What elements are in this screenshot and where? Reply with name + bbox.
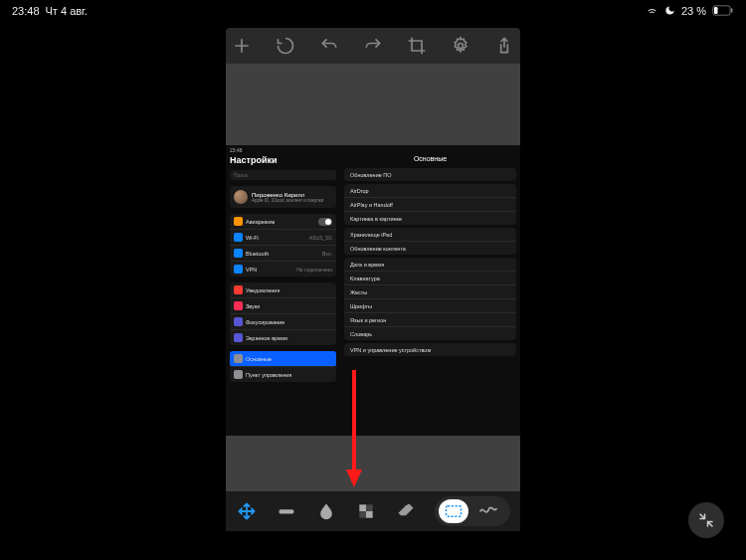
share-button[interactable] [493,35,515,57]
canvas-padding-top [226,64,520,145]
bottom-toolbar [226,491,520,531]
search-field: Поиск [230,170,336,180]
blur-tool[interactable] [315,499,337,523]
settings-button[interactable] [450,35,471,57]
profile-row: Пироженко Кирилл Apple ID, iCloud, конте… [230,186,336,208]
row-update: Обновление ПО [344,168,516,181]
crop-button[interactable] [406,35,428,57]
edited-screenshot: 23:48 Настройки Поиск Пироженко Кирилл A… [226,145,520,436]
canvas-area[interactable]: 23:48 Настройки Поиск Пироженко Кирилл A… [226,64,520,491]
row-sound: Звуки [246,303,260,309]
detail-title: Основные [344,155,516,162]
svg-rect-9 [447,506,462,517]
row-control: Пункт управления [246,372,291,378]
svg-rect-8 [359,511,366,518]
airplane-toggle [318,218,332,226]
shape-rect-mode[interactable] [439,499,468,523]
pixelate-tool[interactable] [355,499,377,523]
line-tool[interactable] [276,499,297,523]
profile-sub: Apple ID, iCloud, контент и покупки [252,198,323,203]
wifi-icon [646,4,658,19]
sidebar-group-2: Уведомления Звуки Фокусирование Экранное… [230,282,336,345]
battery-text: 23 % [681,5,706,17]
svg-rect-7 [366,504,373,511]
row-general: Основные [246,356,272,362]
canvas-padding-bottom [226,436,520,491]
shape-freeform-mode[interactable] [478,501,498,521]
settings-sidebar: Настройки Поиск Пироженко Кирилл Apple I… [226,145,340,436]
inner-time: 23:48 [230,147,243,153]
dnd-moon-icon [664,5,675,18]
row-notif: Уведомления [246,287,280,293]
sidebar-group-1: Авиарежим Wi-FiASUS_5G BluetoothВкл. VPN… [230,214,336,277]
add-button[interactable] [231,35,253,57]
rotate-button[interactable] [275,35,296,57]
clock: 23:48 [12,5,40,17]
row-wifi: Wi-Fi [246,235,259,241]
svg-rect-6 [366,511,373,518]
row-screentime: Экранное время [246,335,287,341]
undo-button[interactable] [318,35,340,57]
move-tool[interactable] [236,499,258,523]
svg-point-3 [459,44,464,49]
sidebar-group-3: Основные Пункт управления [230,351,336,382]
svg-rect-2 [714,6,718,13]
settings-detail: Основные Обновление ПО AirDrop AirPlay и… [340,145,520,436]
collapse-fab[interactable] [688,502,724,538]
status-right: 23 % [646,4,734,19]
eraser-tool[interactable] [395,499,417,523]
row-airplane: Авиарежим [246,219,275,225]
top-toolbar [226,28,520,64]
device-status-bar: 23:48 Чт 4 авг. 23 % [0,0,746,22]
shape-mode-segment[interactable] [435,496,510,526]
settings-title: Настройки [230,155,336,165]
svg-rect-4 [280,509,294,513]
date: Чт 4 авг. [46,5,88,17]
redo-button[interactable] [362,35,384,57]
avatar [234,190,248,204]
row-bt: Bluetooth [246,251,269,257]
svg-rect-5 [359,504,366,511]
editor-panel: 23:48 Настройки Поиск Пироженко Кирилл A… [226,28,520,531]
svg-rect-1 [731,8,733,13]
row-vpn: VPN [246,267,257,273]
row-focus: Фокусирование [246,319,284,325]
battery-icon [712,5,734,18]
